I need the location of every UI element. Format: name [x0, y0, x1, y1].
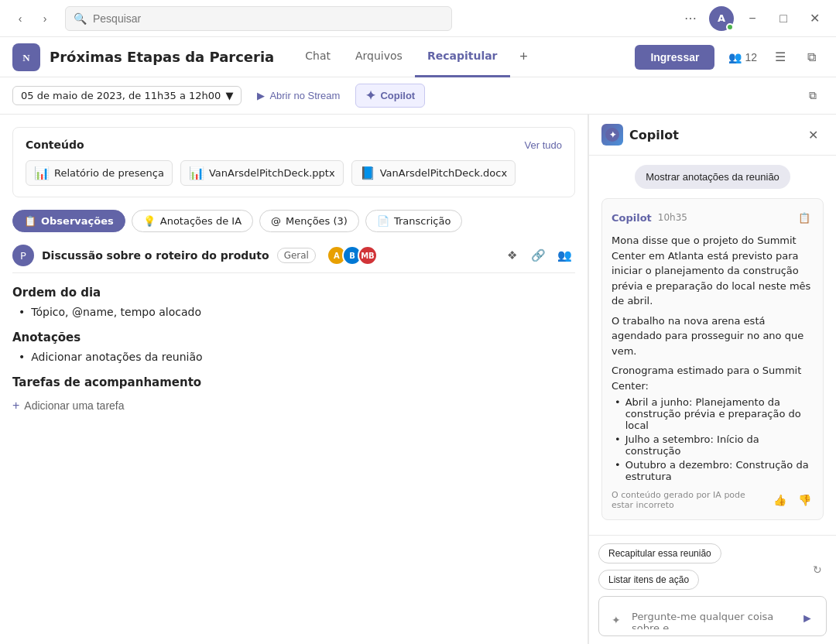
transcricao-icon: 📄: [377, 215, 389, 227]
notes-body: Ordem do dia • Tópico, @name, tempo aloc…: [12, 283, 575, 419]
attachment-name-docx: VanArsdelPitchDeck.docx: [380, 167, 507, 179]
meeting-avatars: A B MB: [327, 245, 378, 265]
show-notes-button[interactable]: Mostrar anotações da reunião: [635, 165, 790, 189]
copilot-paragraph-3: Cronograma estimado para o Summit Center…: [612, 363, 814, 393]
avatar-3: MB: [358, 245, 378, 265]
svg-text:✦: ✦: [609, 130, 616, 139]
agenda-title: Ordem do dia: [12, 286, 575, 300]
agenda-bullet: • Tópico, @name, tempo alocado: [12, 306, 575, 318]
search-input[interactable]: [93, 12, 444, 25]
tab-arquivos[interactable]: Arquivos: [343, 37, 415, 77]
participants-count: 12: [745, 51, 757, 63]
notes-section: P Discussão sobre o roteiro do produto G…: [12, 245, 575, 419]
message-footer: O conteúdo gerado por IA pode estar inco…: [612, 490, 814, 510]
meeting-icon: P: [12, 245, 34, 266]
join-button[interactable]: Ingressar: [635, 45, 714, 70]
tab-transcricao[interactable]: 📄 Transcrição: [365, 210, 463, 232]
close-button[interactable]: ✕: [802, 6, 827, 31]
bullet-dot-1: •: [19, 306, 25, 318]
date-label: 05 de maio de 2023, de 11h35 a 12h00: [21, 90, 221, 101]
attachment-name-presence: Relatório de presença: [54, 167, 164, 179]
minimize-button[interactable]: −: [740, 6, 765, 31]
copilot-msg-header: Copilot 10h35 📋: [612, 208, 814, 227]
copilot-paragraph-2: O trabalho na nova arena está agendado p…: [612, 313, 814, 359]
content-title: Conteúdo: [26, 139, 84, 151]
participants-button[interactable]: 👥 12: [724, 48, 762, 67]
mencoes-icon: @: [271, 215, 281, 227]
meeting-actions: ❖ 🔗 👥: [501, 245, 575, 266]
send-button[interactable]: ►: [797, 608, 818, 629]
attachment-icon-pptx: 📊: [189, 166, 204, 180]
bullet-dot-c1: •: [615, 396, 621, 431]
copilot-footer: Recapitular essa reunião Listar itens de…: [589, 535, 836, 644]
notes-title: Anotações: [12, 331, 575, 344]
tab-mencoes[interactable]: @ Menções (3): [259, 210, 359, 232]
expand-button[interactable]: ⧉: [802, 85, 824, 107]
meeting-title: Próximas Etapas da Parceria: [50, 49, 274, 65]
meeting-name: Discussão sobre o roteiro do produto: [42, 249, 269, 262]
tasks-title: Tarefas de acompanhamento: [12, 375, 575, 389]
attachment-presence[interactable]: 📊 Relatório de presença: [26, 160, 173, 186]
add-tab-button[interactable]: +: [513, 46, 535, 68]
tab-observacoes[interactable]: 📋 Observações: [12, 210, 125, 232]
copilot-bullet-2: • Julho a setembro: Início da construção: [612, 433, 814, 457]
chevron-down-icon: ▼: [225, 90, 233, 101]
maximize-button[interactable]: □: [771, 6, 796, 31]
copilot-panel: ✦ Copilot ✕ Mostrar anotações da reunião…: [588, 115, 836, 644]
sparkle-button[interactable]: ✦: [607, 611, 625, 629]
attachment-icon-docx: 📘: [360, 166, 375, 180]
apps-button[interactable]: ❖: [501, 245, 522, 266]
thumbs-up-button[interactable]: 👍: [770, 491, 789, 509]
more-options-button[interactable]: ⋯: [678, 6, 703, 31]
search-icon: 🔍: [74, 12, 87, 25]
date-selector[interactable]: 05 de maio de 2023, de 11h35 a 12h00 ▼: [12, 86, 242, 105]
content-box: Conteúdo Ver tudo 📊 Relatório de presenç…: [12, 127, 575, 197]
title-bar: ‹ › 🔍 ⋯ A − □ ✕: [0, 0, 836, 37]
refresh-button[interactable]: ↻: [807, 559, 827, 581]
back-button[interactable]: ‹: [9, 8, 31, 29]
bullet-dot-c2: •: [615, 433, 621, 457]
meeting-tag: Geral: [277, 248, 316, 263]
copy-message-button[interactable]: 📋: [795, 208, 814, 227]
copilot-input-area: ✦ ►: [598, 596, 827, 636]
pop-out-button[interactable]: ⧉: [799, 45, 824, 70]
bullet-dot-c3: •: [615, 459, 621, 482]
main-content: Conteúdo Ver tudo 📊 Relatório de presenç…: [0, 115, 836, 644]
recapitular-button[interactable]: Recapitular essa reunião: [598, 543, 721, 564]
sub-header-right: ⧉: [802, 85, 824, 107]
roster-button[interactable]: ☰: [768, 45, 793, 70]
svg-text:N: N: [22, 52, 30, 63]
copy-link-button[interactable]: 🔗: [527, 245, 549, 266]
forward-button[interactable]: ›: [34, 8, 56, 29]
stream-icon: ▶: [257, 90, 265, 101]
participants-icon: 👥: [728, 51, 742, 63]
attachment-name-pptx: VanArsdelPitchDeck.pptx: [209, 167, 335, 179]
tab-anotacoes-ia[interactable]: 💡 Anotações de IA: [132, 210, 253, 232]
ver-tudo-button[interactable]: Ver tudo: [525, 139, 562, 151]
nav-buttons: ‹ ›: [9, 8, 56, 29]
open-stream-button[interactable]: ▶ Abrir no Stream: [251, 87, 346, 104]
add-task-button[interactable]: + Adicionar uma tarefa: [12, 396, 125, 416]
quick-actions: Recapitular essa reunião Listar itens de…: [598, 543, 803, 590]
copilot-body: Mostrar anotações da reunião Copilot 10h…: [589, 156, 836, 535]
disclaimer-text: O conteúdo gerado por IA pode estar inco…: [612, 490, 764, 510]
close-copilot-button[interactable]: ✕: [802, 124, 824, 146]
meeting-header: P Discussão sobre o roteiro do produto G…: [12, 245, 575, 273]
search-bar[interactable]: 🔍: [65, 6, 452, 31]
copilot-logo: ✦: [601, 124, 623, 146]
copilot-button[interactable]: ✦ Copilot: [355, 84, 425, 108]
attachment-pptx[interactable]: 📊 VanArsdelPitchDeck.pptx: [180, 160, 344, 186]
copilot-input[interactable]: [632, 611, 790, 629]
tab-recapitular[interactable]: Recapitular: [415, 37, 510, 77]
share-button[interactable]: 👥: [553, 245, 575, 266]
listar-itens-button[interactable]: Listar itens de ação: [598, 570, 699, 590]
thumbs-down-button[interactable]: 👎: [795, 491, 814, 509]
copilot-header: ✦ Copilot ✕: [589, 115, 836, 156]
tab-chat[interactable]: Chat: [293, 37, 343, 77]
copilot-paragraph-1: Mona disse que o projeto do Summit Cente…: [612, 233, 814, 309]
inner-tabs: 📋 Observações 💡 Anotações de IA @ Mençõe…: [12, 210, 575, 232]
attachment-docx[interactable]: 📘 VanArsdelPitchDeck.docx: [351, 160, 516, 186]
notes-bullet: • Adicionar anotações da reunião: [12, 351, 575, 363]
copilot-sender: Copilot: [612, 212, 652, 224]
user-avatar[interactable]: A: [709, 6, 734, 31]
